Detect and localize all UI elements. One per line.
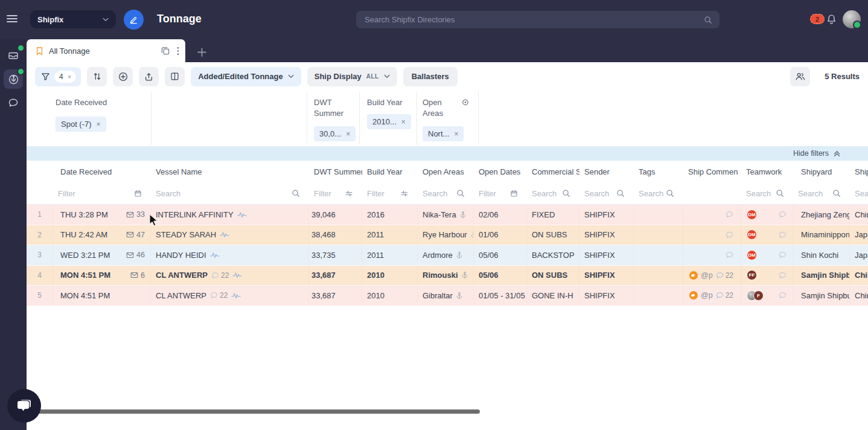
hamburger-menu-icon[interactable] <box>7 14 18 23</box>
add-tab-button[interactable] <box>197 47 207 57</box>
search-icon[interactable] <box>292 189 300 197</box>
sidebar-item-tonnage[interactable] <box>4 69 23 89</box>
initials-avatar[interactable]: DM <box>747 229 757 240</box>
table-row[interactable]: 2THU 2:42 AM47STEADY SARAH38,4682011Rye … <box>27 225 868 246</box>
share-users-button[interactable] <box>790 67 810 86</box>
column-filter-status[interactable]: Search <box>527 182 579 204</box>
column-header-dates[interactable]: Open Dates <box>474 167 527 176</box>
column-header-vessel[interactable]: Vessel Name <box>151 167 309 176</box>
bell-icon[interactable] <box>826 14 837 25</box>
cell-ship-comments[interactable] <box>683 245 741 265</box>
column-header-areas[interactable]: Open Areas <box>418 167 474 176</box>
remove-chip-icon[interactable]: × <box>454 130 458 138</box>
table-row[interactable]: 4MON 4:51 PM6CL ANTWERP2233,6872010Rimou… <box>27 266 868 286</box>
search-icon[interactable] <box>776 189 784 197</box>
table-row[interactable]: 1THU 3:28 PM33INTERLINK AFFINITY39,04620… <box>27 205 868 225</box>
initials-avatar[interactable]: F <box>753 290 764 301</box>
search-icon[interactable] <box>832 189 841 197</box>
search-icon[interactable] <box>456 189 465 197</box>
radius-pin-icon[interactable] <box>461 98 470 107</box>
filter-chip[interactable]: Spot (-7) × <box>56 117 106 132</box>
calendar-icon[interactable] <box>134 190 142 197</box>
sidebar-item-chat[interactable] <box>4 93 23 112</box>
sort-button[interactable] <box>87 67 107 86</box>
tab-kebab-icon[interactable] <box>177 47 179 56</box>
add-button[interactable] <box>113 67 133 86</box>
chat-widget-icon <box>16 399 32 414</box>
remove-chip-icon[interactable]: × <box>346 130 350 138</box>
column-filter-sender[interactable]: Search <box>579 182 634 204</box>
ship-display-dropdown[interactable]: Ship Display ALL <box>307 67 397 86</box>
ship: Chin <box>855 271 868 280</box>
filter-placeholder: Search <box>584 189 609 198</box>
column-filter-dwt[interactable]: Filter <box>309 182 362 204</box>
column-header-tags[interactable]: Tags <box>634 167 683 176</box>
column-header-sender[interactable]: Sender <box>579 167 634 176</box>
workspace-dropdown[interactable]: Shipfix <box>30 10 116 28</box>
column-filter-date[interactable]: Filter <box>53 182 151 204</box>
build-year: 2016 <box>367 210 385 219</box>
search-input[interactable] <box>363 14 704 25</box>
sliders-icon[interactable] <box>345 190 353 197</box>
columns-button[interactable] <box>165 67 185 86</box>
column-filter-teamwork[interactable]: Search <box>741 182 793 204</box>
ballasters-button[interactable]: Ballasters <box>403 67 458 86</box>
notification-count-badge[interactable]: 2 <box>810 14 825 24</box>
compose-button[interactable] <box>124 10 144 30</box>
column-filter-dates[interactable]: Filter <box>474 182 527 204</box>
initials-avatar[interactable]: DM <box>747 210 757 220</box>
sort-arrows-icon <box>93 72 101 81</box>
chevron-down-icon <box>288 74 294 79</box>
horizontal-scrollbar[interactable] <box>30 409 480 414</box>
remove-chip-icon[interactable]: × <box>401 118 406 126</box>
column-header-date[interactable]: Date Received <box>53 167 151 176</box>
column-filter-shipyard[interactable]: Search <box>793 182 850 204</box>
vessel-name: CL ANTWERP <box>156 291 206 300</box>
filter-button[interactable]: 4 × <box>35 67 81 86</box>
column-filter-vessel[interactable]: Search <box>151 182 309 204</box>
duplicate-tab-icon[interactable] <box>161 47 170 55</box>
column-header-shipcomm[interactable]: Ship Commen <box>683 167 741 176</box>
column-header-teamwork[interactable]: Teamwork <box>741 167 793 176</box>
cell-ship-comments[interactable] <box>683 205 741 225</box>
search-icon[interactable] <box>562 189 570 197</box>
search-icon[interactable] <box>616 189 625 197</box>
global-search[interactable] <box>356 11 720 28</box>
cell-build: 2011 <box>362 245 418 265</box>
column-filter-tags[interactable]: Search <box>634 182 683 204</box>
dataset-dropdown[interactable]: Added/Edited Tonnage <box>191 67 301 86</box>
table-row[interactable]: 3WED 3:21 PM46HANDY HEIDI33,7352011Ardmo… <box>27 245 868 266</box>
cell-ship-comments[interactable]: @p22 <box>683 286 741 306</box>
column-header-ship[interactable]: Ship <box>850 167 868 176</box>
mail-count: 46 <box>136 251 145 259</box>
column-header-status[interactable]: Commercial S <box>527 167 579 176</box>
initials-avatar[interactable]: FF <box>747 270 757 280</box>
filter-chip[interactable]: 2010... × <box>367 114 411 129</box>
avatar[interactable] <box>843 10 861 28</box>
clear-filters-icon[interactable]: × <box>68 73 71 80</box>
export-button[interactable] <box>139 67 159 86</box>
column-header-shipyard[interactable]: Shipyard <box>793 167 850 176</box>
column-header-build[interactable]: Build Year <box>362 167 418 176</box>
table-row[interactable]: 5MON 4:51 PMCL ANTWERP2233,6872010Gibral… <box>27 286 868 306</box>
initials-avatar[interactable]: DM <box>747 250 757 260</box>
sliders-icon[interactable] <box>400 190 409 197</box>
remove-chip-icon[interactable]: × <box>97 120 101 129</box>
sidebar-item-mail[interactable] <box>4 46 23 65</box>
open-area: Nika-Tera <box>423 210 456 219</box>
cell-ship-comments[interactable] <box>683 225 741 245</box>
filter-chip[interactable]: Nort... × <box>423 126 464 141</box>
support-chat-widget[interactable] <box>7 389 41 423</box>
calendar-icon[interactable] <box>510 190 518 197</box>
column-filter-ship[interactable]: Sea <box>850 182 868 204</box>
date-received: MON 4:51 PM <box>60 271 110 280</box>
filter-count-pill[interactable]: 4 × <box>54 71 76 83</box>
column-filter-build[interactable]: Filter <box>362 182 418 204</box>
column-filter-areas[interactable]: Search <box>418 182 474 204</box>
hide-filters-bar[interactable]: Hide filters <box>27 146 868 161</box>
search-icon[interactable] <box>666 189 674 197</box>
column-header-dwt[interactable]: DWT Summer <box>309 167 362 176</box>
cell-ship-comments[interactable]: @p22 <box>683 266 741 286</box>
tab-all-tonnage[interactable]: All Tonnage <box>27 39 185 62</box>
filter-chip[interactable]: 30,0... × <box>314 126 356 141</box>
